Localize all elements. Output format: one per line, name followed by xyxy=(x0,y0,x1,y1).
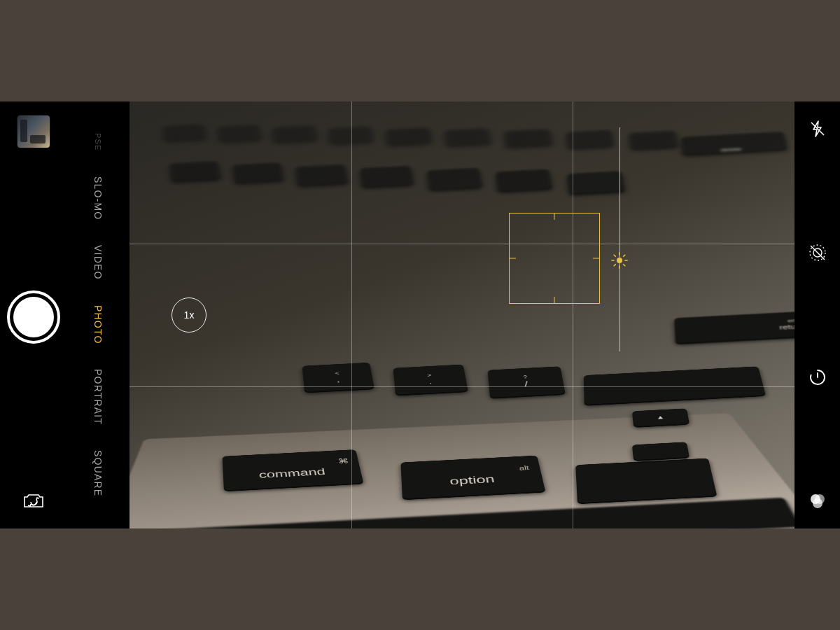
key-return: enter return xyxy=(674,311,794,343)
filters-button[interactable] xyxy=(806,489,830,513)
svg-line-6 xyxy=(623,264,624,265)
key-comma: < , xyxy=(302,363,374,392)
key-blur-row xyxy=(169,161,220,181)
key-slash: ? / xyxy=(487,366,565,398)
timer-icon xyxy=(808,368,827,387)
key-blur-row2 xyxy=(218,125,261,141)
shutter-button[interactable] xyxy=(7,290,60,344)
key-delete: delete xyxy=(681,132,787,155)
sun-icon xyxy=(611,252,628,269)
filters-icon xyxy=(807,491,828,512)
switch-camera-icon xyxy=(22,491,46,510)
right-control-bar xyxy=(794,102,840,528)
svg-line-8 xyxy=(623,255,624,256)
flash-off-icon xyxy=(808,119,827,139)
live-photo-off-icon xyxy=(807,242,828,263)
key-blur-row xyxy=(427,168,482,190)
zoom-level-label: 1x xyxy=(184,309,195,321)
zoom-level-button[interactable]: 1x xyxy=(172,298,206,332)
key-blur-row xyxy=(295,164,348,186)
svg-line-7 xyxy=(614,264,615,265)
switch-camera-button[interactable] xyxy=(20,486,48,514)
key-blur-row xyxy=(567,171,625,194)
svg-line-5 xyxy=(614,255,615,256)
mode-item-square[interactable]: SQUARE xyxy=(92,450,104,496)
key-arrow-down-cluster xyxy=(632,442,690,460)
focus-indicator xyxy=(509,213,600,304)
key-blur-row2 xyxy=(386,127,432,145)
mode-item-timelapse-partial[interactable]: PSE xyxy=(94,133,102,151)
grid-line xyxy=(351,102,352,528)
key-blur-row2 xyxy=(629,130,678,148)
timer-button[interactable] xyxy=(806,365,830,389)
viewfinder[interactable]: ⌘ command alt option < , > . ? / ▲ enter… xyxy=(130,102,794,528)
svg-line-12 xyxy=(811,246,825,260)
key-blur-row2 xyxy=(272,125,317,142)
mode-item-photo[interactable]: PHOTO xyxy=(92,305,104,344)
key-blur-row xyxy=(496,169,552,192)
key-blur-row2 xyxy=(505,129,552,147)
key-arrow-up: ▲ xyxy=(632,408,690,426)
key-blur-row xyxy=(232,162,284,183)
grid-line xyxy=(130,244,794,244)
camera-app-frame: PSE SLO-MO VIDEO PHOTO PORTRAIT SQUARE ⌘… xyxy=(0,102,840,528)
key-blur-row2 xyxy=(163,124,206,141)
last-photo-thumbnail[interactable] xyxy=(18,115,50,148)
mode-item-portrait[interactable]: PORTRAIT xyxy=(92,369,104,425)
mode-selector[interactable]: PSE SLO-MO VIDEO PHOTO PORTRAIT SQUARE xyxy=(66,102,130,528)
key-right-command xyxy=(575,458,717,503)
exposure-slider-track xyxy=(620,127,620,351)
svg-point-0 xyxy=(617,258,622,263)
mode-list: PSE SLO-MO VIDEO PHOTO PORTRAIT SQUARE xyxy=(92,102,104,528)
grid-line xyxy=(573,102,573,528)
mode-item-video[interactable]: VIDEO xyxy=(92,245,104,280)
grid-line xyxy=(130,386,794,387)
flash-toggle-button[interactable] xyxy=(806,117,830,141)
key-period: > . xyxy=(393,365,468,395)
key-blur-row xyxy=(360,166,414,187)
exposure-slider-handle[interactable] xyxy=(611,252,628,272)
left-control-bar xyxy=(0,102,66,528)
key-blur-row2 xyxy=(444,128,491,146)
live-photo-toggle-button[interactable] xyxy=(806,241,830,265)
svg-point-16 xyxy=(813,498,822,508)
mode-item-slo-mo[interactable]: SLO-MO xyxy=(92,176,104,220)
